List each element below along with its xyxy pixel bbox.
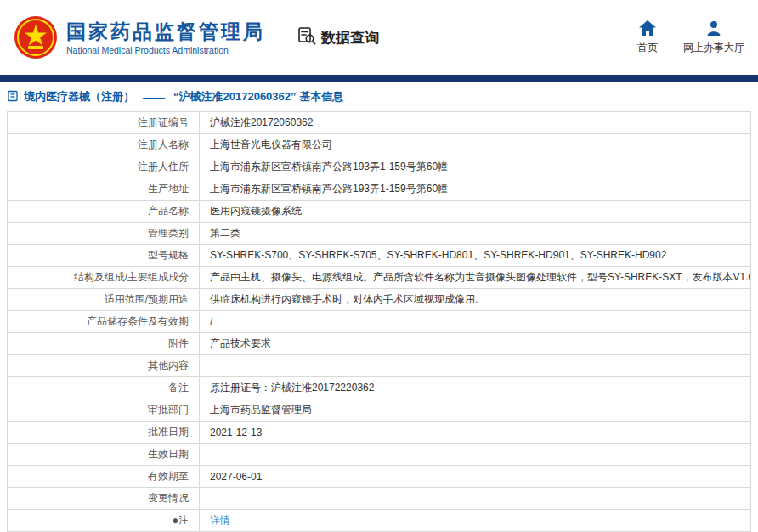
top-nav: 首页 网上办事大厅 <box>637 20 744 55</box>
row-value <box>200 355 751 377</box>
table-row: 附件产品技术要求 <box>8 333 751 355</box>
section-title: 数据查询 <box>297 26 379 49</box>
breadcrumb: 境内医疗器械（注册） —— “沪械注准20172060362” 基本信息 <box>0 82 758 111</box>
page-header: 国家药品监督管理局 National Medical Products Admi… <box>0 0 758 75</box>
row-value: 第二类 <box>200 223 751 245</box>
org-names: 国家药品监督管理局 National Medical Products Admi… <box>66 20 265 56</box>
breadcrumb-category[interactable]: 境内医疗器械（注册） <box>24 89 134 105</box>
org-name-en: National Medical Products Administration <box>66 45 265 55</box>
row-label: 型号规格 <box>8 245 200 267</box>
home-icon <box>639 20 656 38</box>
row-value: 2021-12-13 <box>200 422 751 444</box>
row-value: 医用内窥镜摄像系统 <box>200 201 751 223</box>
table-row: 适用范围/预期用途供临床机构进行内窥镜手术时，对体内手术区域视现成像用。 <box>8 289 751 311</box>
table-row: ●注详情 <box>8 510 751 532</box>
row-value: 产品由主机、摄像头、电源线组成。产品所含软件名称为世音摄像头图像处理软件，型号S… <box>200 267 751 289</box>
org-name-cn: 国家药品监督管理局 <box>66 20 265 44</box>
row-label: 备注 <box>8 377 200 399</box>
registration-info-table: 注册证编号沪械注准20172060362注册人名称上海世音光电仪器有限公司注册人… <box>7 111 751 532</box>
row-label: 生效日期 <box>8 444 200 466</box>
row-label: 附件 <box>8 333 200 355</box>
table-row: 注册人住所上海市浦东新区宣桥镇南芦公路193弄1-159号第60幢 <box>8 156 751 178</box>
row-label: 注册人住所 <box>8 156 200 178</box>
table-row: 型号规格SY-SHREK-S700、SY-SHREK-S705、SY-SHREK… <box>8 245 751 267</box>
row-label: 变更情况 <box>8 488 200 510</box>
table-row: 审批部门上海市药品监督管理局 <box>8 399 751 422</box>
row-label: 其他内容 <box>8 355 200 377</box>
breadcrumb-dash: —— <box>143 91 165 104</box>
row-value <box>200 444 751 466</box>
section-title-label: 数据查询 <box>321 28 379 48</box>
table-row: 备注原注册证号：沪械注准20172220362 <box>8 377 751 399</box>
nav-home-label: 首页 <box>637 41 658 55</box>
table-row: 注册证编号沪械注准20172060362 <box>8 112 751 134</box>
row-value: SY-SHREK-S700、SY-SHREK-S705、SY-SHREK-HD8… <box>200 245 751 267</box>
table-row: 其他内容 <box>8 355 751 377</box>
row-label: ●注 <box>8 510 200 532</box>
row-label: 注册人名称 <box>8 134 200 156</box>
row-label: 管理类别 <box>8 223 200 245</box>
document-icon <box>7 90 19 105</box>
table-row: 产品储存条件及有效期/ <box>8 311 751 333</box>
table-row: 注册人名称上海世音光电仪器有限公司 <box>8 134 751 156</box>
row-label: 结构及组成/主要组成成分 <box>8 267 200 289</box>
row-value: 上海世音光电仪器有限公司 <box>200 134 751 156</box>
row-value: 详情 <box>200 510 751 532</box>
row-value: 2027-06-01 <box>200 466 751 488</box>
row-label: 产品名称 <box>8 201 200 223</box>
table-row: 生产地址上海市浦东新区宣桥镇南芦公路193弄1-159号第60幢 <box>8 178 751 201</box>
row-label: 有效期至 <box>8 466 200 488</box>
row-value: 产品技术要求 <box>200 333 751 355</box>
table-row: 产品名称医用内窥镜摄像系统 <box>8 201 751 223</box>
row-label: 适用范围/预期用途 <box>8 289 200 311</box>
table-row: 有效期至2027-06-01 <box>8 466 751 488</box>
table-row: 变更情况 <box>8 488 751 510</box>
detail-link[interactable]: 详情 <box>210 514 230 526</box>
table-row: 批准日期2021-12-13 <box>8 422 751 444</box>
breadcrumb-title: “沪械注准20172060362” 基本信息 <box>173 89 343 105</box>
row-value <box>200 488 751 510</box>
row-label: 注册证编号 <box>8 112 200 134</box>
row-value: 上海市药品监督管理局 <box>200 399 751 422</box>
row-value: 上海市浦东新区宣桥镇南芦公路193弄1-159号第60幢 <box>200 178 751 201</box>
row-value: 上海市浦东新区宣桥镇南芦公路193弄1-159号第60幢 <box>200 156 751 178</box>
nav-service-hall[interactable]: 网上办事大厅 <box>683 20 744 55</box>
row-label: 批准日期 <box>8 422 200 444</box>
header-divider-bar <box>0 75 758 82</box>
user-icon <box>706 20 721 38</box>
row-value: 沪械注准20172060362 <box>200 112 751 134</box>
data-query-icon <box>297 26 316 49</box>
table-row: 结构及组成/主要组成成分产品由主机、摄像头、电源线组成。产品所含软件名称为世音摄… <box>8 267 751 289</box>
table-row: 生效日期 <box>8 444 751 466</box>
row-value: 原注册证号：沪械注准20172220362 <box>200 377 751 399</box>
nav-service-hall-label: 网上办事大厅 <box>683 41 744 55</box>
row-label: 产品储存条件及有效期 <box>8 311 200 333</box>
table-row: 管理类别第二类 <box>8 223 751 245</box>
row-label: 生产地址 <box>8 178 200 201</box>
national-emblem-logo <box>14 15 58 59</box>
row-label: 审批部门 <box>8 399 200 422</box>
row-value: / <box>200 311 751 333</box>
nav-home[interactable]: 首页 <box>637 20 658 55</box>
row-value: 供临床机构进行内窥镜手术时，对体内手术区域视现成像用。 <box>200 289 751 311</box>
